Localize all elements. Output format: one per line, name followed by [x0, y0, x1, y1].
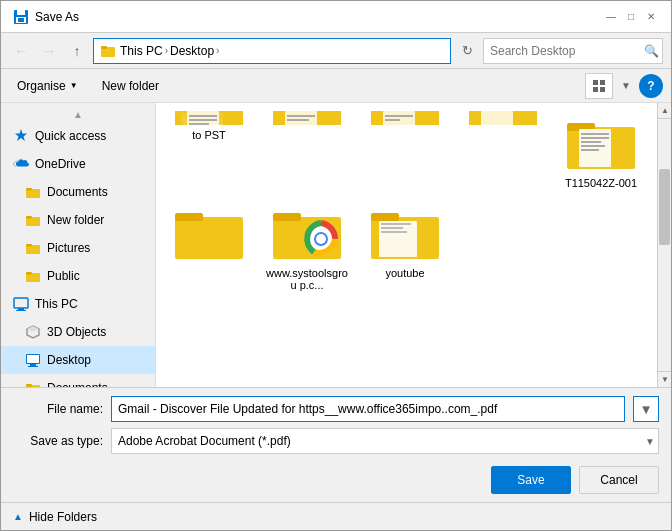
thispc-icon — [13, 296, 29, 312]
svg-point-64 — [316, 234, 326, 244]
svg-rect-44 — [385, 115, 413, 117]
svg-rect-20 — [16, 310, 26, 311]
svg-marker-22 — [27, 326, 39, 332]
sidebar-item-public-od[interactable]: Public — [1, 262, 155, 290]
svg-rect-52 — [581, 133, 609, 135]
organise-button[interactable]: Organise ▼ — [9, 73, 86, 99]
folder-icon-pictures-od — [25, 240, 41, 256]
file-name-dropdown[interactable]: ▼ — [633, 396, 659, 422]
view-dropdown[interactable]: ▼ — [621, 80, 631, 91]
sidebar-item-documents-od[interactable]: Documents — [1, 178, 155, 206]
svg-rect-55 — [581, 145, 605, 147]
sidebar-item-desktop[interactable]: Desktop — [1, 346, 155, 374]
svg-rect-8 — [593, 87, 598, 92]
3dobjects-label: 3D Objects — [47, 325, 106, 339]
sidebar-item-newfolder-od[interactable]: New folder — [1, 206, 155, 234]
save-type-select-wrapper: Adobe Acrobat Document (*.pdf) ▼ — [111, 428, 659, 454]
save-type-select[interactable]: Adobe Acrobat Document (*.pdf) — [111, 428, 659, 454]
svg-rect-40 — [287, 119, 309, 121]
svg-rect-34 — [189, 119, 217, 121]
vertical-scrollbar[interactable]: ▲ ▼ — [657, 103, 671, 387]
back-button[interactable]: ← — [9, 39, 33, 63]
maximize-button[interactable]: □ — [623, 9, 639, 25]
address-bar[interactable]: This PC › Desktop › — [93, 38, 451, 64]
scroll-up-arrow[interactable]: ▲ — [658, 103, 671, 119]
view-button[interactable] — [585, 73, 613, 99]
list-item[interactable] — [360, 111, 450, 181]
hide-folders-button[interactable]: Hide Folders — [29, 510, 97, 524]
crumb-thispc[interactable]: This PC — [120, 44, 163, 58]
list-item[interactable]: T115042Z-001 — [556, 111, 646, 193]
search-box: 🔍 — [483, 38, 663, 64]
3dobjects-icon — [25, 324, 41, 340]
svg-rect-45 — [385, 119, 400, 121]
minimize-button[interactable]: — — [603, 9, 619, 25]
folder-thumbnail — [173, 205, 245, 263]
svg-rect-68 — [381, 223, 411, 225]
quick-access-label: Quick access — [35, 129, 106, 143]
title-bar: Save As — □ ✕ — [1, 1, 671, 33]
sidebar-scroll-up[interactable]: ▲ — [1, 107, 155, 122]
save-dialog-icon — [13, 9, 29, 25]
up-button[interactable]: ↑ — [65, 39, 89, 63]
svg-rect-9 — [600, 87, 605, 92]
sidebar-item-3dobjects[interactable]: 3D Objects — [1, 318, 155, 346]
list-item[interactable]: youtube — [360, 201, 450, 295]
documents-od-label: Documents — [47, 185, 108, 199]
svg-rect-67 — [379, 221, 417, 257]
folder-thumbnail — [173, 111, 245, 125]
svg-rect-35 — [189, 123, 209, 125]
sidebar-item-quick-access[interactable]: Quick access — [1, 122, 155, 150]
svg-rect-38 — [285, 111, 317, 125]
sidebar-item-onedrive[interactable]: OneDrive — [1, 150, 155, 178]
file-name-input[interactable] — [111, 396, 625, 422]
refresh-button[interactable]: ↻ — [455, 39, 479, 63]
folder-icon-newfolder-od — [25, 212, 41, 228]
folder-thumbnail — [369, 205, 441, 263]
svg-rect-11 — [26, 188, 32, 191]
organise-chevron: ▼ — [70, 81, 78, 90]
list-item[interactable] — [458, 111, 548, 181]
file-name: youtube — [385, 267, 424, 279]
file-name-row: File name: ▼ — [13, 396, 659, 422]
svg-rect-33 — [189, 115, 217, 117]
svg-rect-7 — [600, 80, 605, 85]
crumb-sep-2: › — [216, 45, 219, 56]
scroll-down-arrow[interactable]: ▼ — [658, 371, 671, 387]
thispc-label: This PC — [35, 297, 78, 311]
title-bar-left: Save As — [13, 9, 79, 25]
svg-rect-1 — [17, 10, 25, 15]
public-od-label: Public — [47, 269, 80, 283]
svg-rect-6 — [593, 80, 598, 85]
action-bar: Organise ▼ New folder ▼ ? — [1, 69, 671, 103]
help-button[interactable]: ? — [639, 74, 663, 98]
search-input[interactable] — [490, 44, 640, 58]
new-folder-button[interactable]: New folder — [94, 73, 167, 99]
sidebar-item-pictures-od[interactable]: Pictures — [1, 234, 155, 262]
svg-rect-25 — [28, 366, 38, 367]
save-button[interactable]: Save — [491, 466, 571, 494]
svg-rect-53 — [581, 137, 609, 139]
pictures-od-label: Pictures — [47, 241, 90, 255]
crumb-desktop[interactable]: Desktop — [170, 44, 214, 58]
close-button[interactable]: ✕ — [643, 9, 659, 25]
file-name-label: File name: — [13, 402, 103, 416]
sidebar-item-documents-pc[interactable]: Documents — [1, 374, 155, 387]
sidebar-item-thispc[interactable]: This PC — [1, 290, 155, 318]
window-controls: — □ ✕ — [603, 9, 659, 25]
desktop-icon — [25, 352, 41, 368]
list-item[interactable] — [164, 201, 254, 295]
list-item[interactable]: to PST — [164, 111, 254, 181]
file-area: to PST — [156, 103, 657, 387]
folder-thumbnail — [467, 111, 539, 125]
list-item[interactable]: www.systoolsgrou p.c... — [262, 201, 352, 295]
forward-button[interactable]: → — [37, 39, 61, 63]
list-item[interactable] — [262, 111, 352, 181]
newfolder-od-label: New folder — [47, 213, 104, 227]
dialog-title: Save As — [35, 10, 79, 24]
scroll-thumb[interactable] — [659, 169, 670, 245]
cancel-button[interactable]: Cancel — [579, 466, 659, 494]
button-row: Save Cancel — [13, 460, 659, 494]
svg-rect-39 — [287, 115, 315, 117]
folder-icon-documents-od — [25, 184, 41, 200]
